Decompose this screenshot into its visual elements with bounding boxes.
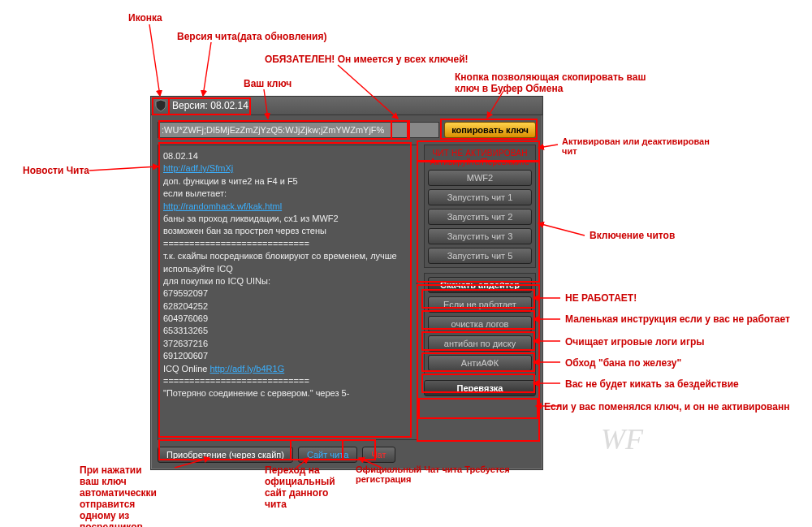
run-cheat-5-button[interactable]: Запустить чит 5 bbox=[428, 248, 532, 264]
news-line: ICQ Online bbox=[163, 364, 209, 374]
news-line: ============================ bbox=[163, 239, 309, 248]
copy-key-button[interactable]: копировать ключ bbox=[444, 122, 536, 138]
news-line: 628204252 bbox=[163, 301, 208, 311]
annotation-label: Если у вас поменялся ключ, и он не актив… bbox=[544, 401, 789, 413]
annotation-label: Маленькая инструкция если у вас не работ… bbox=[565, 313, 790, 325]
app-window: Версия: 08.02.14 копировать ключ 08.02.1… bbox=[150, 96, 543, 470]
mwf2-button[interactable]: MWF2 bbox=[428, 170, 532, 186]
titlebar[interactable]: Версия: 08.02.14 bbox=[151, 97, 542, 115]
antiafk-button[interactable]: АнтиАФК bbox=[428, 355, 532, 371]
news-line: для покупки по ICQ UINы: bbox=[163, 276, 270, 286]
news-line: баны за проход ликвидации, cx1 из MWF2 bbox=[163, 214, 339, 223]
run-cheat-3-button[interactable]: Запустить чит 3 bbox=[428, 228, 532, 244]
annotation-label: ОБЯЗАТЕЛЕН! Он имеется у всех ключей! bbox=[265, 54, 469, 65]
svg-line-0 bbox=[149, 24, 160, 96]
cheats-box-title: ЧИТ НЕ АКТИВИРОВАН Активируйте/Перевяжит… bbox=[428, 149, 532, 166]
run-cheat-1-button[interactable]: Запустить чит 1 bbox=[428, 189, 532, 205]
annotation-label: Активирован или деактивирован чит bbox=[562, 136, 710, 156]
svg-line-7 bbox=[538, 223, 585, 235]
annotation-label: Обход "бана по железу" bbox=[565, 357, 681, 369]
news-line: возможен бан за прострел через стены bbox=[163, 226, 326, 235]
svg-line-1 bbox=[203, 42, 211, 96]
annotation-label: Переход на официальный сайт данного чита bbox=[265, 464, 335, 510]
news-line: если вылетает: bbox=[163, 188, 227, 198]
annotation-label: При нажатии ваш ключ автоматическки отпр… bbox=[80, 464, 157, 527]
cheats-box: ЧИТ НЕ АКТИВИРОВАН Активируйте/Перевяжит… bbox=[424, 145, 536, 268]
annotation-label: Версия чита(дата обновления) bbox=[177, 31, 326, 42]
news-link[interactable]: http://adf.ly/SfmXj bbox=[163, 163, 233, 173]
annotation-label: Ваш ключ bbox=[244, 78, 292, 89]
annotation-label: Включение читов bbox=[590, 230, 675, 241]
rebind-button[interactable]: Перевязка bbox=[424, 380, 536, 396]
news-line: ============================ bbox=[163, 376, 309, 386]
annotation-label: Очищает игровые логи игры bbox=[565, 336, 704, 348]
annotation-label: Кнопка позволяющая скопировать ваш ключ … bbox=[455, 71, 646, 94]
clear-logs-button[interactable]: очистка логов bbox=[428, 316, 532, 332]
annotation-label: НЕ РАБОТАЕТ! bbox=[565, 292, 637, 304]
news-line: т.к. скайпы посредников блокируют со вре… bbox=[163, 251, 397, 273]
news-link[interactable]: http://adf.ly/b4R1G bbox=[209, 364, 284, 374]
buy-via-skype-button[interactable]: Приобретение (через скайп) bbox=[158, 447, 293, 463]
news-line: 604976069 bbox=[163, 313, 208, 323]
key-input[interactable] bbox=[158, 122, 439, 138]
news-link[interactable]: http://randomhack.wf/kak.html bbox=[163, 201, 282, 211]
annotation-label: Официальный Чат чита Требуется регистрац… bbox=[356, 464, 510, 484]
news-line: 372637216 bbox=[163, 339, 208, 348]
news-line: 691200607 bbox=[163, 351, 208, 361]
tools-box: Скачать апдейтер Если не работает очистк… bbox=[424, 273, 536, 375]
run-cheat-2-button[interactable]: Запустить чит 2 bbox=[428, 209, 532, 225]
download-updater-button[interactable]: Скачать апдейтер bbox=[428, 277, 532, 293]
news-line: 679592097 bbox=[163, 288, 208, 298]
news-line: "Потеряно соединение с сервером." через … bbox=[163, 388, 349, 398]
version-label: Версия: 08.02.14 bbox=[172, 100, 248, 111]
annotation-label: Иконка bbox=[128, 12, 162, 24]
news-line: 653313265 bbox=[163, 326, 208, 335]
shield-icon bbox=[154, 99, 167, 112]
annotation-label: Новости Чита bbox=[23, 165, 89, 176]
if-not-working-button[interactable]: Если не работает bbox=[428, 296, 532, 313]
svg-line-5 bbox=[89, 166, 158, 171]
watermark-text: WF bbox=[601, 422, 643, 456]
chat-button[interactable]: Чат bbox=[362, 447, 395, 463]
cheat-site-button[interactable]: Сайт чита bbox=[298, 447, 357, 463]
news-line: 08.02.14 bbox=[163, 150, 412, 162]
antiban-button[interactable]: антибан по диску bbox=[428, 335, 532, 352]
annotation-label: Вас не будет кикать за бездействие bbox=[565, 378, 739, 390]
news-panel[interactable]: 08.02.14 http://adf.ly/SfmXj доп. функци… bbox=[158, 145, 417, 440]
news-line: доп. функции в чите2 на F4 и F5 bbox=[163, 176, 298, 186]
